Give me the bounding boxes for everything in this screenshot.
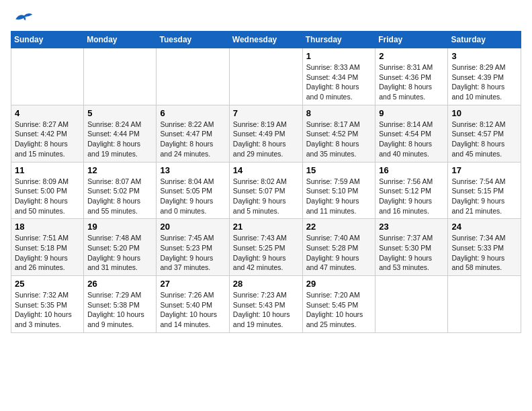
day-number: 13 xyxy=(160,165,225,175)
day-info: Sunrise: 7:43 AM Sunset: 5:25 PM Dayligh… xyxy=(233,233,299,273)
day-info: Sunrise: 8:02 AM Sunset: 5:07 PM Dayligh… xyxy=(233,177,299,216)
day-number: 21 xyxy=(233,222,299,232)
calendar-cell: 5Sunrise: 8:24 AM Sunset: 4:44 PM Daylig… xyxy=(84,105,157,162)
day-info: Sunrise: 8:19 AM Sunset: 4:49 PM Dayligh… xyxy=(233,120,299,159)
calendar-cell xyxy=(84,48,157,105)
calendar-cell: 17Sunrise: 7:54 AM Sunset: 5:15 PM Dayli… xyxy=(448,162,521,219)
calendar-cell: 27Sunrise: 7:26 AM Sunset: 5:40 PM Dayli… xyxy=(157,276,229,333)
calendar-week-row: 1Sunrise: 8:33 AM Sunset: 4:34 PM Daylig… xyxy=(11,48,521,105)
day-number: 9 xyxy=(379,108,444,118)
day-info: Sunrise: 8:27 AM Sunset: 4:42 PM Dayligh… xyxy=(15,120,80,159)
calendar-cell: 25Sunrise: 7:32 AM Sunset: 5:35 PM Dayli… xyxy=(11,276,84,333)
calendar-cell xyxy=(448,276,521,333)
calendar-cell: 7Sunrise: 8:19 AM Sunset: 4:49 PM Daylig… xyxy=(229,105,302,162)
day-info: Sunrise: 8:33 AM Sunset: 4:34 PM Dayligh… xyxy=(306,62,372,102)
calendar-cell: 29Sunrise: 7:20 AM Sunset: 5:45 PM Dayli… xyxy=(302,276,375,333)
calendar-cell: 15Sunrise: 7:59 AM Sunset: 5:10 PM Dayli… xyxy=(302,162,375,219)
calendar-cell: 18Sunrise: 7:51 AM Sunset: 5:18 PM Dayli… xyxy=(11,219,84,276)
calendar-cell: 4Sunrise: 8:27 AM Sunset: 4:42 PM Daylig… xyxy=(11,105,84,162)
day-info: Sunrise: 8:29 AM Sunset: 4:39 PM Dayligh… xyxy=(451,62,517,102)
day-number: 19 xyxy=(87,222,152,232)
logo xyxy=(11,11,38,24)
calendar-week-row: 25Sunrise: 7:32 AM Sunset: 5:35 PM Dayli… xyxy=(11,276,521,333)
calendar-week-row: 4Sunrise: 8:27 AM Sunset: 4:42 PM Daylig… xyxy=(11,105,521,162)
calendar-cell: 12Sunrise: 8:07 AM Sunset: 5:02 PM Dayli… xyxy=(84,162,157,219)
day-info: Sunrise: 7:51 AM Sunset: 5:18 PM Dayligh… xyxy=(15,233,80,273)
day-number: 11 xyxy=(15,165,80,175)
day-info: Sunrise: 8:22 AM Sunset: 4:47 PM Dayligh… xyxy=(160,120,225,159)
calendar-cell: 1Sunrise: 8:33 AM Sunset: 4:34 PM Daylig… xyxy=(302,48,375,105)
day-info: Sunrise: 8:07 AM Sunset: 5:02 PM Dayligh… xyxy=(87,177,152,216)
calendar-cell xyxy=(157,48,229,105)
calendar-cell: 26Sunrise: 7:29 AM Sunset: 5:38 PM Dayli… xyxy=(84,276,157,333)
day-info: Sunrise: 7:20 AM Sunset: 5:45 PM Dayligh… xyxy=(306,290,372,330)
day-number: 17 xyxy=(451,165,517,175)
calendar-cell: 8Sunrise: 8:17 AM Sunset: 4:52 PM Daylig… xyxy=(302,105,375,162)
day-number: 20 xyxy=(160,222,225,232)
calendar-cell: 22Sunrise: 7:40 AM Sunset: 5:28 PM Dayli… xyxy=(302,219,375,276)
day-info: Sunrise: 7:29 AM Sunset: 5:38 PM Dayligh… xyxy=(87,290,152,330)
column-header-monday: Monday xyxy=(84,32,157,48)
calendar-cell: 3Sunrise: 8:29 AM Sunset: 4:39 PM Daylig… xyxy=(448,48,521,105)
day-number: 22 xyxy=(306,222,372,232)
calendar-cell: 11Sunrise: 8:09 AM Sunset: 5:00 PM Dayli… xyxy=(11,162,84,219)
day-number: 16 xyxy=(379,165,444,175)
day-info: Sunrise: 7:34 AM Sunset: 5:33 PM Dayligh… xyxy=(451,233,517,273)
day-number: 6 xyxy=(160,108,225,118)
calendar-cell: 14Sunrise: 8:02 AM Sunset: 5:07 PM Dayli… xyxy=(229,162,302,219)
calendar-cell: 24Sunrise: 7:34 AM Sunset: 5:33 PM Dayli… xyxy=(448,219,521,276)
day-info: Sunrise: 7:40 AM Sunset: 5:28 PM Dayligh… xyxy=(306,233,372,273)
calendar-cell: 28Sunrise: 7:23 AM Sunset: 5:43 PM Dayli… xyxy=(229,276,302,333)
day-info: Sunrise: 8:14 AM Sunset: 4:54 PM Dayligh… xyxy=(379,120,444,159)
calendar-cell: 6Sunrise: 8:22 AM Sunset: 4:47 PM Daylig… xyxy=(157,105,229,162)
day-info: Sunrise: 7:26 AM Sunset: 5:40 PM Dayligh… xyxy=(160,290,225,330)
day-number: 15 xyxy=(306,165,372,175)
day-number: 2 xyxy=(379,51,444,61)
day-info: Sunrise: 7:59 AM Sunset: 5:10 PM Dayligh… xyxy=(306,177,372,216)
day-info: Sunrise: 7:37 AM Sunset: 5:30 PM Dayligh… xyxy=(379,233,444,273)
day-number: 3 xyxy=(451,51,517,61)
day-number: 1 xyxy=(306,51,372,61)
calendar-header-row: SundayMondayTuesdayWednesdayThursdayFrid… xyxy=(11,32,521,48)
day-number: 10 xyxy=(451,108,517,118)
day-number: 24 xyxy=(451,222,517,232)
day-number: 27 xyxy=(160,279,225,289)
column-header-thursday: Thursday xyxy=(302,32,375,48)
calendar-cell: 13Sunrise: 8:04 AM Sunset: 5:05 PM Dayli… xyxy=(157,162,229,219)
calendar-cell: 16Sunrise: 7:56 AM Sunset: 5:12 PM Dayli… xyxy=(375,162,448,219)
calendar-cell: 21Sunrise: 7:43 AM Sunset: 5:25 PM Dayli… xyxy=(229,219,302,276)
day-number: 29 xyxy=(306,279,372,289)
column-header-saturday: Saturday xyxy=(448,32,521,48)
day-number: 25 xyxy=(15,279,80,289)
column-header-friday: Friday xyxy=(375,32,448,48)
day-info: Sunrise: 7:32 AM Sunset: 5:35 PM Dayligh… xyxy=(15,290,80,330)
calendar-cell xyxy=(11,48,84,105)
day-info: Sunrise: 8:09 AM Sunset: 5:00 PM Dayligh… xyxy=(15,177,80,216)
day-info: Sunrise: 7:48 AM Sunset: 5:20 PM Dayligh… xyxy=(87,233,152,273)
day-number: 28 xyxy=(233,279,299,289)
calendar-cell: 2Sunrise: 8:31 AM Sunset: 4:36 PM Daylig… xyxy=(375,48,448,105)
header xyxy=(11,11,521,24)
day-number: 23 xyxy=(379,222,444,232)
calendar-cell xyxy=(375,276,448,333)
day-number: 26 xyxy=(87,279,152,289)
column-header-sunday: Sunday xyxy=(11,32,84,48)
logo-bird-icon xyxy=(11,11,35,24)
day-number: 14 xyxy=(233,165,299,175)
day-info: Sunrise: 8:12 AM Sunset: 4:57 PM Dayligh… xyxy=(451,120,517,159)
day-info: Sunrise: 7:54 AM Sunset: 5:15 PM Dayligh… xyxy=(451,177,517,216)
day-info: Sunrise: 7:45 AM Sunset: 5:23 PM Dayligh… xyxy=(160,233,225,273)
day-number: 7 xyxy=(233,108,299,118)
column-header-wednesday: Wednesday xyxy=(229,32,302,48)
day-info: Sunrise: 8:24 AM Sunset: 4:44 PM Dayligh… xyxy=(87,120,152,159)
day-info: Sunrise: 8:17 AM Sunset: 4:52 PM Dayligh… xyxy=(306,120,372,159)
day-info: Sunrise: 8:31 AM Sunset: 4:36 PM Dayligh… xyxy=(379,62,444,102)
calendar-week-row: 18Sunrise: 7:51 AM Sunset: 5:18 PM Dayli… xyxy=(11,219,521,276)
calendar-week-row: 11Sunrise: 8:09 AM Sunset: 5:00 PM Dayli… xyxy=(11,162,521,219)
day-info: Sunrise: 7:23 AM Sunset: 5:43 PM Dayligh… xyxy=(233,290,299,330)
day-info: Sunrise: 7:56 AM Sunset: 5:12 PM Dayligh… xyxy=(379,177,444,216)
calendar-body: 1Sunrise: 8:33 AM Sunset: 4:34 PM Daylig… xyxy=(11,48,521,333)
day-number: 4 xyxy=(15,108,80,118)
calendar-cell: 9Sunrise: 8:14 AM Sunset: 4:54 PM Daylig… xyxy=(375,105,448,162)
day-number: 12 xyxy=(87,165,152,175)
